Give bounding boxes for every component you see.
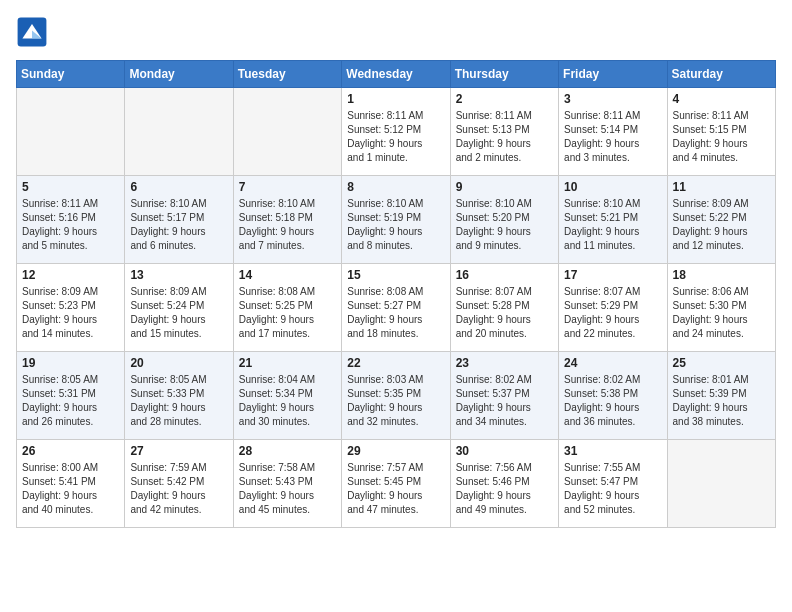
day-number: 26 (22, 444, 119, 458)
day-info: Sunrise: 7:55 AM Sunset: 5:47 PM Dayligh… (564, 461, 661, 517)
calendar-cell (233, 88, 341, 176)
day-info: Sunrise: 8:08 AM Sunset: 5:25 PM Dayligh… (239, 285, 336, 341)
day-number: 20 (130, 356, 227, 370)
day-number: 4 (673, 92, 770, 106)
calendar-cell: 27Sunrise: 7:59 AM Sunset: 5:42 PM Dayli… (125, 440, 233, 528)
calendar-cell: 15Sunrise: 8:08 AM Sunset: 5:27 PM Dayli… (342, 264, 450, 352)
calendar-table: SundayMondayTuesdayWednesdayThursdayFrid… (16, 60, 776, 528)
day-info: Sunrise: 8:07 AM Sunset: 5:28 PM Dayligh… (456, 285, 553, 341)
day-info: Sunrise: 7:57 AM Sunset: 5:45 PM Dayligh… (347, 461, 444, 517)
day-number: 16 (456, 268, 553, 282)
header-day-saturday: Saturday (667, 61, 775, 88)
day-number: 27 (130, 444, 227, 458)
day-info: Sunrise: 8:04 AM Sunset: 5:34 PM Dayligh… (239, 373, 336, 429)
calendar-cell (17, 88, 125, 176)
day-number: 29 (347, 444, 444, 458)
calendar-week-4: 19Sunrise: 8:05 AM Sunset: 5:31 PM Dayli… (17, 352, 776, 440)
calendar-cell: 28Sunrise: 7:58 AM Sunset: 5:43 PM Dayli… (233, 440, 341, 528)
calendar-week-5: 26Sunrise: 8:00 AM Sunset: 5:41 PM Dayli… (17, 440, 776, 528)
day-number: 17 (564, 268, 661, 282)
day-info: Sunrise: 8:10 AM Sunset: 5:21 PM Dayligh… (564, 197, 661, 253)
calendar-cell: 23Sunrise: 8:02 AM Sunset: 5:37 PM Dayli… (450, 352, 558, 440)
calendar-cell: 25Sunrise: 8:01 AM Sunset: 5:39 PM Dayli… (667, 352, 775, 440)
header-day-sunday: Sunday (17, 61, 125, 88)
calendar-cell: 12Sunrise: 8:09 AM Sunset: 5:23 PM Dayli… (17, 264, 125, 352)
header-day-monday: Monday (125, 61, 233, 88)
calendar-cell: 22Sunrise: 8:03 AM Sunset: 5:35 PM Dayli… (342, 352, 450, 440)
day-info: Sunrise: 8:09 AM Sunset: 5:24 PM Dayligh… (130, 285, 227, 341)
day-number: 23 (456, 356, 553, 370)
calendar-cell: 16Sunrise: 8:07 AM Sunset: 5:28 PM Dayli… (450, 264, 558, 352)
calendar-cell: 26Sunrise: 8:00 AM Sunset: 5:41 PM Dayli… (17, 440, 125, 528)
day-info: Sunrise: 7:58 AM Sunset: 5:43 PM Dayligh… (239, 461, 336, 517)
day-number: 12 (22, 268, 119, 282)
day-info: Sunrise: 8:10 AM Sunset: 5:18 PM Dayligh… (239, 197, 336, 253)
day-info: Sunrise: 8:11 AM Sunset: 5:12 PM Dayligh… (347, 109, 444, 165)
day-info: Sunrise: 8:10 AM Sunset: 5:20 PM Dayligh… (456, 197, 553, 253)
day-number: 24 (564, 356, 661, 370)
calendar-cell: 24Sunrise: 8:02 AM Sunset: 5:38 PM Dayli… (559, 352, 667, 440)
calendar-header-row: SundayMondayTuesdayWednesdayThursdayFrid… (17, 61, 776, 88)
header-day-friday: Friday (559, 61, 667, 88)
header (16, 16, 776, 48)
calendar-week-2: 5Sunrise: 8:11 AM Sunset: 5:16 PM Daylig… (17, 176, 776, 264)
calendar-cell: 8Sunrise: 8:10 AM Sunset: 5:19 PM Daylig… (342, 176, 450, 264)
calendar-cell: 7Sunrise: 8:10 AM Sunset: 5:18 PM Daylig… (233, 176, 341, 264)
day-number: 2 (456, 92, 553, 106)
day-info: Sunrise: 8:11 AM Sunset: 5:16 PM Dayligh… (22, 197, 119, 253)
calendar-cell: 21Sunrise: 8:04 AM Sunset: 5:34 PM Dayli… (233, 352, 341, 440)
day-info: Sunrise: 7:59 AM Sunset: 5:42 PM Dayligh… (130, 461, 227, 517)
calendar-cell: 13Sunrise: 8:09 AM Sunset: 5:24 PM Dayli… (125, 264, 233, 352)
day-info: Sunrise: 8:01 AM Sunset: 5:39 PM Dayligh… (673, 373, 770, 429)
calendar-cell: 20Sunrise: 8:05 AM Sunset: 5:33 PM Dayli… (125, 352, 233, 440)
calendar-cell (125, 88, 233, 176)
day-number: 7 (239, 180, 336, 194)
calendar-cell (667, 440, 775, 528)
logo-icon (16, 16, 48, 48)
day-info: Sunrise: 8:07 AM Sunset: 5:29 PM Dayligh… (564, 285, 661, 341)
header-day-tuesday: Tuesday (233, 61, 341, 88)
header-day-wednesday: Wednesday (342, 61, 450, 88)
day-number: 10 (564, 180, 661, 194)
day-number: 8 (347, 180, 444, 194)
day-info: Sunrise: 8:06 AM Sunset: 5:30 PM Dayligh… (673, 285, 770, 341)
calendar-cell: 11Sunrise: 8:09 AM Sunset: 5:22 PM Dayli… (667, 176, 775, 264)
day-number: 14 (239, 268, 336, 282)
day-number: 22 (347, 356, 444, 370)
day-number: 9 (456, 180, 553, 194)
day-info: Sunrise: 8:05 AM Sunset: 5:33 PM Dayligh… (130, 373, 227, 429)
day-number: 13 (130, 268, 227, 282)
day-info: Sunrise: 8:02 AM Sunset: 5:38 PM Dayligh… (564, 373, 661, 429)
calendar-cell: 19Sunrise: 8:05 AM Sunset: 5:31 PM Dayli… (17, 352, 125, 440)
calendar-cell: 9Sunrise: 8:10 AM Sunset: 5:20 PM Daylig… (450, 176, 558, 264)
day-number: 15 (347, 268, 444, 282)
day-number: 21 (239, 356, 336, 370)
day-info: Sunrise: 8:11 AM Sunset: 5:13 PM Dayligh… (456, 109, 553, 165)
calendar-week-3: 12Sunrise: 8:09 AM Sunset: 5:23 PM Dayli… (17, 264, 776, 352)
day-info: Sunrise: 8:05 AM Sunset: 5:31 PM Dayligh… (22, 373, 119, 429)
calendar-cell: 1Sunrise: 8:11 AM Sunset: 5:12 PM Daylig… (342, 88, 450, 176)
day-info: Sunrise: 8:08 AM Sunset: 5:27 PM Dayligh… (347, 285, 444, 341)
day-number: 6 (130, 180, 227, 194)
day-info: Sunrise: 8:11 AM Sunset: 5:15 PM Dayligh… (673, 109, 770, 165)
day-info: Sunrise: 8:09 AM Sunset: 5:22 PM Dayligh… (673, 197, 770, 253)
day-number: 31 (564, 444, 661, 458)
logo (16, 16, 52, 48)
day-info: Sunrise: 8:00 AM Sunset: 5:41 PM Dayligh… (22, 461, 119, 517)
day-number: 1 (347, 92, 444, 106)
calendar-week-1: 1Sunrise: 8:11 AM Sunset: 5:12 PM Daylig… (17, 88, 776, 176)
calendar-cell: 18Sunrise: 8:06 AM Sunset: 5:30 PM Dayli… (667, 264, 775, 352)
day-info: Sunrise: 8:09 AM Sunset: 5:23 PM Dayligh… (22, 285, 119, 341)
calendar-cell: 17Sunrise: 8:07 AM Sunset: 5:29 PM Dayli… (559, 264, 667, 352)
calendar-cell: 14Sunrise: 8:08 AM Sunset: 5:25 PM Dayli… (233, 264, 341, 352)
day-info: Sunrise: 8:10 AM Sunset: 5:17 PM Dayligh… (130, 197, 227, 253)
day-number: 18 (673, 268, 770, 282)
day-info: Sunrise: 7:56 AM Sunset: 5:46 PM Dayligh… (456, 461, 553, 517)
day-number: 25 (673, 356, 770, 370)
calendar-cell: 2Sunrise: 8:11 AM Sunset: 5:13 PM Daylig… (450, 88, 558, 176)
day-info: Sunrise: 8:03 AM Sunset: 5:35 PM Dayligh… (347, 373, 444, 429)
calendar-cell: 5Sunrise: 8:11 AM Sunset: 5:16 PM Daylig… (17, 176, 125, 264)
calendar-cell: 31Sunrise: 7:55 AM Sunset: 5:47 PM Dayli… (559, 440, 667, 528)
calendar-cell: 10Sunrise: 8:10 AM Sunset: 5:21 PM Dayli… (559, 176, 667, 264)
day-info: Sunrise: 8:10 AM Sunset: 5:19 PM Dayligh… (347, 197, 444, 253)
